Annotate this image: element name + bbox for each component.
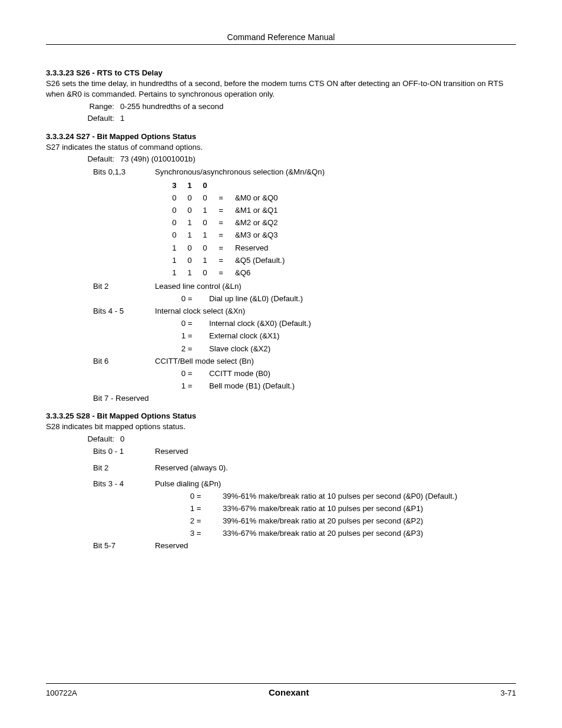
code-cell: 0 = [173,367,201,380]
s27-bit7: Bit 7 - Reserved [93,392,149,404]
s26-paragraph: S26 sets the time delay, in hundredths o… [46,78,516,100]
s26-default-value: 1 [120,113,516,124]
page-footer: 100722A Conexant 3-71 [46,683,516,697]
s28-default-label: Default: [79,433,120,445]
s27-bit-table: 3 1 0 000=&M0 or &Q0 001=&M1 or &Q1 010=… [167,179,516,279]
code-cell: 0 = [173,317,201,330]
bit-cell: 0 [167,204,182,216]
s27-default-value: 73 (49h) (01001001b) [120,153,516,165]
mean-cell: Dial up line (&L0) (Default.) [201,292,303,305]
footer-left: 100722A [46,689,77,697]
code-cell: 1 = [173,380,201,392]
s28-row-desc: Pulse dialing (&Pn) [155,477,516,490]
bit-cell: 0 [197,216,213,229]
bit-cell: 0 [167,192,182,204]
s28-default-value: 0 [120,433,516,445]
s28-row-label: Bit 2 [93,462,155,474]
s28-row-label: Bits 0 - 1 [93,445,155,457]
section-heading-s27: 3.3.3.24 S27 - Bit Mapped Options Status [46,132,516,141]
s28-row-desc: Reserved (always 0). [155,462,516,474]
bit-eq: = [213,192,229,204]
s27-bits45-desc: Internal clock select (&Xn) [155,305,516,317]
bit-mean: &Q6 [229,266,250,279]
bit-header-0: 0 [197,179,213,192]
mean-cell: Bell mode (B1) (Default.) [201,380,295,392]
s28-paragraph: S28 indicates bit mapped options status. [46,421,516,432]
bit-cell: 1 [167,266,182,279]
bit-mean: &M0 or &Q0 [229,192,278,204]
bit-header-3: 3 [167,179,182,192]
s27-bits45-label: Bits 4 - 5 [93,305,155,317]
footer-center: Conexant [269,687,309,697]
s28-row-label: Bits 3 - 4 [93,477,155,490]
bit-cell: 0 [182,192,197,204]
bit-cell: 1 [197,254,213,266]
mean-cell: Slave clock (&X2) [201,342,270,355]
bit-cell: 0 [167,216,182,229]
s27-bit6-desc: CCITT/Bell mode select (Bn) [155,355,516,367]
mean-cell: 33%-67% make/break ratio at 20 pulses pe… [210,527,423,539]
bit-cell: 0 [182,254,197,266]
bit-mean: &M3 or &Q3 [229,229,278,241]
s27-paragraph: S27 indicates the status of command opti… [46,142,516,153]
bit-mean: &M1 or &Q1 [229,204,278,216]
s28-bit57-label: Bit 5-7 [93,539,155,552]
bit-cell: 1 [182,216,197,229]
bit-mean: Reserved [229,242,268,254]
s27-bits013-desc: Synchronous/asynchronous selection (&Mn/… [155,166,516,178]
code-cell: 2 = [173,342,201,355]
footer-right: 3-71 [501,689,516,697]
mean-cell: 39%-61% make/break ratio at 10 pulses pe… [210,490,457,502]
bit-cell: 0 [182,204,197,216]
bit-eq: = [213,216,229,229]
s26-range-label: Range: [79,101,120,113]
bit-cell: 1 [197,229,213,241]
bit-cell: 0 [197,192,213,204]
bit-eq: = [213,266,229,279]
s27-bits013-label: Bits 0,1,3 [93,166,155,178]
s27-bit6-label: Bit 6 [93,355,155,367]
mean-cell: 39%-61% make/break ratio at 20 pulses pe… [210,515,423,527]
section-heading-s28: 3.3.3.25 S28 - Bit Mapped Options Status [46,411,516,420]
bit-cell: 1 [167,254,182,266]
bit-cell: 0 [197,266,213,279]
bit-header-1: 1 [182,179,197,192]
bit-cell: 1 [182,229,197,241]
s27-default-label: Default: [79,153,120,165]
bit-eq: = [213,229,229,241]
code-cell: 3 = [181,527,210,539]
code-cell: 1 = [173,330,201,342]
page: Command Reference Manual 3.3.3.23 S26 - … [0,0,562,728]
bit-cell: 1 [197,204,213,216]
bit-cell: 0 [197,242,213,254]
bit-cell: 1 [182,266,197,279]
bit-mean: &M2 or &Q2 [229,216,278,229]
page-header-title: Command Reference Manual [46,32,516,44]
code-cell: 1 = [181,502,210,515]
bit-eq: = [213,204,229,216]
section-heading-s26: 3.3.3.23 S26 - RTS to CTS Delay [46,68,516,77]
mean-cell: Internal clock (&X0) (Default.) [201,317,311,330]
bit-eq: = [213,254,229,266]
mean-cell: 33%-67% make/break ratio at 10 pulses pe… [210,502,423,515]
bit-cell: 0 [167,229,182,241]
header-rule [46,44,516,45]
s27-bit2-desc: Leased line control (&Ln) [155,280,516,292]
code-cell: 2 = [181,515,210,527]
mean-cell: External clock (&X1) [201,330,279,342]
bit-cell: 1 [167,242,182,254]
s26-default-label: Default: [79,113,120,124]
code-cell: 0 = [173,292,201,305]
bit-mean: &Q5 (Default.) [229,254,285,266]
mean-cell: CCITT mode (B0) [201,367,270,380]
s27-bit2-label: Bit 2 [93,280,155,292]
bit-eq: = [213,242,229,254]
s28-bit57-desc: Reserved [155,539,516,552]
s26-range-value: 0-255 hundredths of a second [120,101,516,113]
footer-rule [46,683,516,684]
s28-row-desc: Reserved [155,445,516,457]
bit-cell: 0 [182,242,197,254]
code-cell: 0 = [181,490,210,502]
